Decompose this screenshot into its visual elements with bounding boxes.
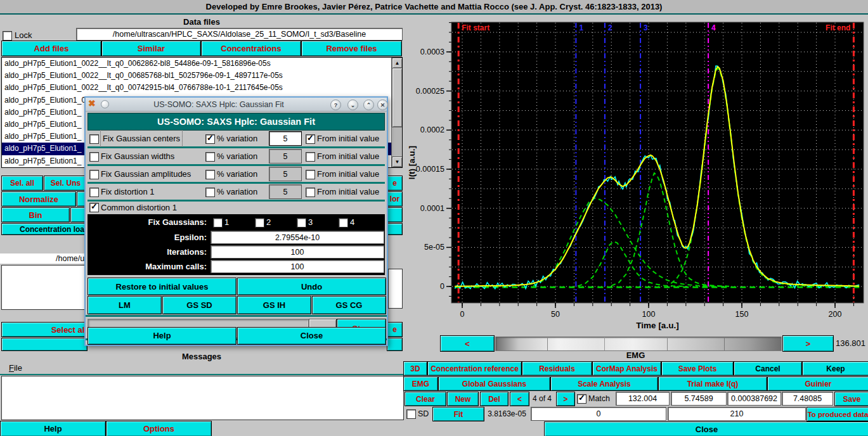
help-titlebar-icon[interactable]: ? (330, 99, 341, 110)
global-gaussians-button[interactable]: Global Gaussians (438, 376, 550, 391)
sel-all-button[interactable]: Sel. all (1, 176, 43, 191)
partial-button-left-c[interactable] (1, 338, 87, 351)
select-all-button[interactable]: Select all (1, 322, 90, 337)
pct-value-field[interactable]: 5 (269, 131, 302, 146)
gaussian-center-field[interactable]: 132.004 (616, 392, 670, 406)
fit-start-field[interactable]: 0 (531, 407, 666, 421)
common-distortion-checkbox[interactable] (89, 203, 99, 212)
concentration-reference-button[interactable]: Concentration reference (427, 361, 522, 376)
gaussian-amplitude-field[interactable]: 0.000387692 (727, 392, 781, 406)
match-checkbox[interactable] (577, 394, 586, 404)
fix-distortion-checkbox[interactable] (89, 188, 99, 197)
cancel-button[interactable]: Cancel (734, 361, 802, 376)
emg-button[interactable]: EMG (403, 376, 438, 391)
partial-button-right-6[interactable] (387, 338, 403, 351)
fix-gaussian-4-checkbox[interactable] (339, 218, 348, 228)
to-produced-data-button[interactable]: To produced data (806, 407, 868, 421)
dialog-close[interactable]: Close (237, 327, 386, 345)
residuals-button[interactable]: Residuals (522, 361, 592, 376)
lock-checkbox[interactable] (3, 31, 12, 41)
lm-button[interactable]: LM (87, 296, 162, 314)
from-initial-checkbox[interactable] (306, 134, 315, 144)
file-list-scrollbar[interactable]: ▲ ▼ (391, 58, 402, 167)
gaussian-distortion-field[interactable]: 7.48085 (782, 392, 833, 406)
pct-variation-checkbox[interactable] (205, 134, 215, 144)
gaussian-width-field[interactable]: 5.74589 (671, 392, 727, 406)
wheel-right-button[interactable]: > (782, 335, 834, 352)
list-item[interactable]: aldo_pH7p5_Elution1_0022__It_q0_00742915… (2, 82, 392, 94)
list-item[interactable]: aldo_pH7p5_Elution1_0022__It_q0_00685768… (2, 70, 392, 82)
chart-area[interactable]: 05e-050.00010.000150.00020.000250.000305… (406, 16, 868, 333)
sd-checkbox[interactable] (406, 409, 416, 419)
messages-box[interactable] (1, 376, 404, 420)
gs-ih-button[interactable]: GS IH (237, 296, 311, 314)
sel-unc-button[interactable]: Sel. Uns (44, 176, 87, 191)
partial-button-right-4[interactable] (387, 223, 403, 235)
undo-button[interactable]: Undo (237, 278, 386, 295)
fit-end-field[interactable]: 210 (668, 407, 806, 421)
fix-amplitudes-checkbox[interactable] (89, 170, 99, 179)
fix-centers-checkbox[interactable] (89, 134, 99, 144)
gs-sd-button[interactable]: GS SD (162, 296, 236, 314)
iterations-field[interactable]: 100 (211, 245, 384, 259)
clear-button[interactable]: Clear (405, 392, 446, 406)
from-initial-checkbox[interactable] (306, 188, 315, 197)
window-menu-icon[interactable] (101, 100, 109, 108)
from-initial-checkbox[interactable] (306, 152, 315, 162)
bin-button[interactable]: Bin (1, 207, 70, 222)
data-path-field[interactable]: /home/ultrascan/HPLC_SAXS/Aldolase_25_11… (76, 28, 403, 41)
normalize-button[interactable]: Normalize (1, 191, 76, 207)
scrollbar-thumb[interactable] (392, 68, 403, 127)
scale-analysis-button[interactable]: Scale Analysis (550, 376, 658, 391)
fit-button[interactable]: Fit (432, 407, 484, 421)
partial-button-right-3[interactable] (387, 207, 403, 222)
position-wheel[interactable] (495, 337, 782, 351)
remove-files-button[interactable]: Remove files (301, 41, 402, 56)
keep-button[interactable]: Keep (802, 361, 868, 376)
help-button[interactable]: Help (0, 421, 106, 436)
pct-variation-checkbox[interactable] (205, 170, 215, 179)
pct-variation-checkbox[interactable] (205, 152, 215, 162)
maximum-calls-field[interactable]: 100 (211, 260, 384, 273)
3d-button[interactable]: 3D (403, 361, 427, 376)
pct-value-field[interactable]: 5 (269, 167, 302, 181)
trial-make-iq-button[interactable]: Trial make I(q) (658, 376, 767, 391)
close-window-icon[interactable]: ✕ (377, 99, 388, 110)
save-plots-button[interactable]: Save Plots (661, 361, 734, 376)
file-menu[interactable]: File (9, 362, 22, 373)
epsilon-field[interactable]: 2.79554e-10 (211, 231, 384, 244)
fix-widths-checkbox[interactable] (89, 152, 99, 162)
from-initial-checkbox[interactable] (306, 170, 315, 179)
guinier-button[interactable]: Guinier (767, 376, 868, 391)
partial-button-right-1[interactable]: e (387, 176, 403, 191)
minimize-icon[interactable]: ⌄ (347, 99, 358, 110)
restore-initial-values-button[interactable]: Restore to initial values (87, 278, 236, 295)
similar-button[interactable]: Similar (101, 41, 201, 56)
dialog-title-bar[interactable]: ✖ US-SOMO: SAXS Hplc: Gaussian Fit ? ⌄ ⌃… (86, 98, 387, 112)
del-button[interactable]: Del (480, 392, 508, 406)
options-button[interactable]: Options (106, 421, 212, 436)
next-gaussian-button[interactable]: > (556, 392, 575, 406)
dialog-help[interactable]: Help (87, 327, 236, 345)
maximize-icon[interactable]: ⌃ (363, 99, 374, 110)
fix-gaussian-2-checkbox[interactable] (255, 218, 264, 228)
pct-variation-checkbox[interactable] (205, 188, 215, 197)
scroll-down-arrow-icon[interactable]: ▼ (392, 157, 403, 167)
new-button[interactable]: New (447, 392, 479, 406)
partial-color-button[interactable]: lor (387, 191, 403, 207)
pct-value-field[interactable]: 5 (269, 149, 302, 164)
panel-close-button[interactable]: Close (544, 421, 868, 436)
fix-gaussian-1-checkbox[interactable] (213, 218, 223, 228)
partial-button-right-5[interactable]: e (387, 322, 403, 337)
fix-gaussian-3-checkbox[interactable] (297, 218, 306, 228)
prev-gaussian-button[interactable]: < (510, 392, 529, 406)
gs-cg-button[interactable]: GS CG (312, 296, 386, 314)
pct-value-field[interactable]: 5 (269, 184, 302, 199)
add-files-button[interactable]: Add files (1, 41, 101, 56)
scroll-up-arrow-icon[interactable]: ▲ (392, 58, 403, 68)
save-button[interactable]: Save (834, 392, 868, 406)
wheel-left-button[interactable]: < (440, 335, 495, 352)
list-item[interactable]: aldo_pH7p5_Elution1_0022__It_q0_0062862-… (2, 58, 392, 70)
concentrations-button[interactable]: Concentrations (201, 41, 301, 56)
cormap-analysis-button[interactable]: CorMap Analysis (592, 361, 661, 376)
